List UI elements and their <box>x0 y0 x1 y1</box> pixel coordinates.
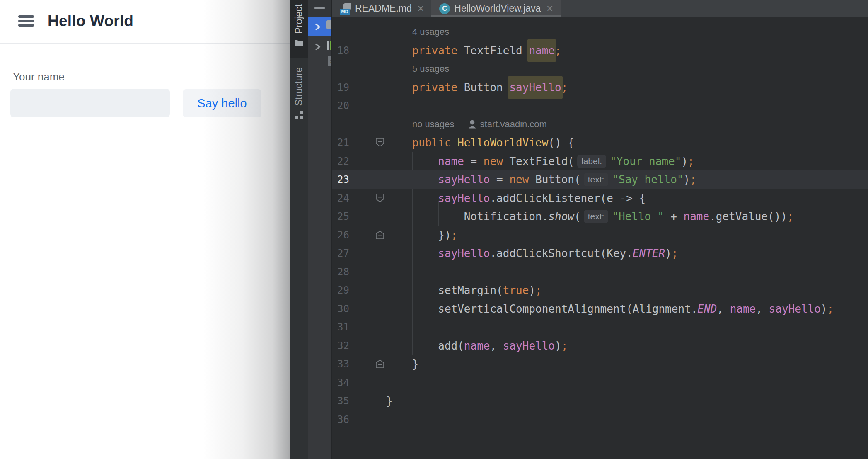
code-token: ; <box>827 303 834 315</box>
code-text[interactable]: } <box>386 355 418 374</box>
close-tab-icon[interactable]: ✕ <box>417 4 425 13</box>
code-text[interactable]: Notification.show(text:"Hello " + name.g… <box>386 207 794 226</box>
editor-line[interactable]: 19 private Button sayHello; <box>332 78 868 97</box>
code-token: sayHello <box>508 76 562 99</box>
code-token: TextField <box>457 44 529 57</box>
code-token: = <box>464 155 484 168</box>
page-title: Hello World <box>48 12 133 30</box>
code-token: "Hello " <box>612 210 664 223</box>
code-editor[interactable]: 4 usages18 private TextField name;5 usag… <box>332 17 868 459</box>
editor-line[interactable]: 25 Notification.show(text:"Hello " + nam… <box>332 207 868 226</box>
editor-line[interactable]: 30 setVerticalComponentAlignment(Alignme… <box>332 300 868 318</box>
code-token: show <box>548 210 574 223</box>
line-number[interactable]: 28 <box>332 263 349 282</box>
app-navbar: Hello World <box>0 0 290 44</box>
code-vision-author-hint[interactable]: no usages start.vaadin.com <box>412 115 547 134</box>
line-number[interactable]: 18 <box>332 41 349 60</box>
editor-line[interactable]: 26 }); <box>332 226 868 245</box>
code-token: ) <box>821 303 827 315</box>
line-number[interactable]: 32 <box>332 337 349 355</box>
line-number[interactable]: 31 <box>332 318 349 337</box>
usages-hint[interactable]: 4 usages <box>412 23 449 41</box>
chevron-right-icon[interactable] <box>314 22 321 32</box>
line-number[interactable]: 33 <box>332 355 349 374</box>
line-number[interactable]: 23 <box>332 170 349 189</box>
editor-line[interactable]: 33 } <box>332 355 868 374</box>
tree-item-selected[interactable] <box>308 17 331 36</box>
tree-item[interactable]: › <box>308 56 331 67</box>
code-text[interactable]: setVerticalComponentAlignment(Alignment.… <box>386 300 834 318</box>
editor-line[interactable]: 18 private TextField name; <box>332 41 868 60</box>
line-number[interactable]: 22 <box>332 152 349 171</box>
screen: Hello World Your name Say hello Project … <box>0 0 868 459</box>
line-number[interactable]: 30 <box>332 300 349 318</box>
name-input[interactable] <box>10 89 170 117</box>
menu-toggle-icon[interactable] <box>18 15 34 27</box>
author-hint[interactable]: start.vaadin.com <box>480 119 547 130</box>
line-number[interactable]: 19 <box>332 78 349 97</box>
tab-readme[interactable]: MD README.md ✕ <box>332 0 431 17</box>
line-number[interactable]: 26 <box>332 226 349 245</box>
fold-marker-icon[interactable] <box>375 359 385 369</box>
tree-item[interactable] <box>308 39 331 55</box>
line-number[interactable]: 24 <box>332 189 349 208</box>
editor-line[interactable]: 23 sayHello = new Button(text:"Say hello… <box>332 170 868 189</box>
code-text[interactable]: private TextField name; <box>386 41 561 60</box>
line-number[interactable]: 34 <box>332 374 349 392</box>
usages-hint[interactable]: no usages <box>412 119 455 130</box>
code-token: ENTER <box>633 247 665 260</box>
line-number[interactable]: 20 <box>332 97 349 115</box>
editor-line[interactable]: 22 name = new TextField(label:"Your name… <box>332 152 868 171</box>
line-number[interactable]: 25 <box>332 207 349 226</box>
editor-line[interactable]: 31 <box>332 318 868 337</box>
editor-line[interactable]: 29 setMargin(true); <box>332 281 868 300</box>
editor-line[interactable]: 32 add(name, sayHello); <box>332 337 868 355</box>
line-number[interactable]: 21 <box>332 134 349 152</box>
line-number[interactable]: 29 <box>332 281 349 300</box>
fold-marker-icon[interactable] <box>375 137 385 148</box>
project-tool-button[interactable]: Project <box>290 0 308 58</box>
fold-marker-icon[interactable] <box>375 230 385 240</box>
code-text[interactable]: setMargin(true); <box>386 281 542 300</box>
code-token: add( <box>386 340 464 352</box>
chevron-right-icon[interactable] <box>314 42 321 51</box>
editor-line[interactable]: 24 sayHello.addClickListener(e -> { <box>332 189 868 208</box>
code-token: ; <box>688 155 694 168</box>
code-text[interactable]: public HelloWorldView() { <box>386 134 574 152</box>
code-text[interactable]: sayHello.addClickListener(e -> { <box>386 189 646 208</box>
tab-label: HelloWorldView.java <box>454 3 541 14</box>
code-token: name <box>527 39 556 62</box>
say-hello-button[interactable]: Say hello <box>183 89 261 117</box>
structure-tool-button[interactable]: Structure <box>290 63 308 126</box>
line-number[interactable]: 36 <box>332 410 349 429</box>
usages-hint[interactable]: 5 usages <box>412 60 449 78</box>
close-tab-icon[interactable]: ✕ <box>546 4 554 13</box>
code-text[interactable]: }); <box>386 226 457 245</box>
code-text[interactable]: name = new TextField(label:"Your name"); <box>386 152 694 171</box>
tab-helloworldview[interactable]: C HelloWorldView.java ✕ <box>431 0 560 17</box>
editor-line[interactable]: 36 <box>332 410 868 429</box>
editor-line[interactable]: 21 public HelloWorldView() { <box>332 134 868 152</box>
editor-line[interactable]: 27 sayHello.addClickShortcut(Key.ENTER); <box>332 244 868 263</box>
code-text[interactable]: sayHello.addClickShortcut(Key.ENTER); <box>386 244 678 263</box>
hide-panel-icon[interactable] <box>314 7 325 9</box>
code-token: = <box>490 173 509 186</box>
code-token <box>386 44 412 57</box>
line-number[interactable]: 35 <box>332 392 349 410</box>
code-token: sayHello <box>769 303 821 315</box>
code-token: ; <box>672 247 678 260</box>
editor-tab-bar: MD README.md ✕ C HelloWorldView.java ✕ <box>332 0 868 17</box>
editor-line[interactable]: 20 <box>332 97 868 115</box>
editor-line[interactable]: 28 <box>332 263 868 282</box>
code-text[interactable]: private Button sayHello; <box>386 78 568 97</box>
code-text[interactable]: sayHello = new Button(text:"Say hello"); <box>386 170 696 189</box>
code-token: private <box>412 81 458 94</box>
editor-line[interactable]: 35} <box>332 392 868 410</box>
line-number[interactable]: 27 <box>332 244 349 263</box>
code-token: ; <box>535 284 542 296</box>
code-token: ; <box>787 210 794 223</box>
code-text[interactable]: add(name, sayHello); <box>386 337 568 355</box>
fold-marker-icon[interactable] <box>375 193 385 203</box>
editor-line[interactable]: 34 <box>332 374 868 392</box>
code-text[interactable]: } <box>386 392 393 410</box>
